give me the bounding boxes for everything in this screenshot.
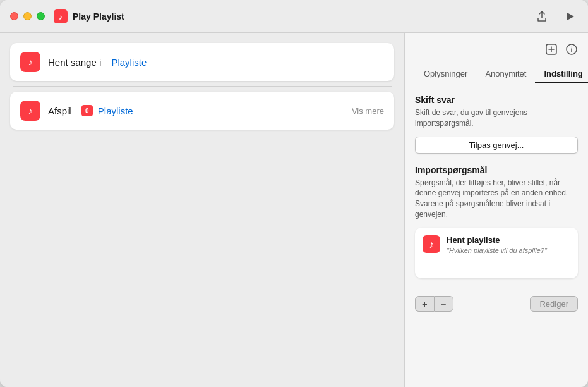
hent-sange-row[interactable]: ♪ Hent sange i Playliste <box>10 43 394 81</box>
svg-text:♪: ♪ <box>429 239 434 250</box>
main-content: ♪ Hent sange i Playliste ♪ Af <box>0 33 588 387</box>
svg-text:♪: ♪ <box>59 12 63 22</box>
skift-svar-title: Skift svar <box>415 95 578 105</box>
skift-svar-desc: Skift de svar, du gav til genvejens impo… <box>415 108 578 129</box>
maximize-button[interactable] <box>37 12 45 20</box>
tabs: Oplysninger Anonymitet Indstilling <box>415 65 578 83</box>
share-button[interactable] <box>534 8 550 25</box>
right-panel: Oplysninger Anonymitet Indstilling Skift… <box>405 33 588 387</box>
row-divider <box>13 86 392 87</box>
remove-item-button[interactable]: − <box>434 296 453 312</box>
titlebar: ♪ Play Playlist <box>0 0 588 33</box>
hent-sange-label: Hent sange i <box>48 57 101 68</box>
tilpas-genvej-button[interactable]: Tilpas genvej... <box>415 137 578 154</box>
add-item-button[interactable]: + <box>415 296 434 312</box>
tab-anonymitet[interactable]: Anonymitet <box>476 65 535 83</box>
import-card-subtitle: "Hvilken playliste vil du afspille?" <box>447 247 570 254</box>
hent-sange-link[interactable]: Playliste <box>111 57 147 68</box>
rediger-button[interactable]: Rediger <box>530 296 578 312</box>
hent-sange-icon: ♪ <box>20 52 40 72</box>
info-icon[interactable] <box>565 43 578 58</box>
hent-sange-text: Hent sange i Playliste <box>48 57 384 68</box>
importsporgsmaal-title: Importspørgsmål <box>415 165 578 175</box>
svg-text:♪: ♪ <box>28 57 33 67</box>
bottom-actions: + − Rediger <box>415 296 578 312</box>
afspil-icon: ♪ <box>20 101 40 121</box>
tab-indstilling[interactable]: Indstilling <box>535 65 588 83</box>
minimize-button[interactable] <box>23 12 32 20</box>
import-card-icon: ♪ <box>423 235 440 253</box>
tab-oplysninger[interactable]: Oplysninger <box>415 65 476 83</box>
afspil-text: Afspil 0 Playliste <box>48 105 344 116</box>
app-icon: ♪ <box>54 9 68 23</box>
window-title: Play Playlist <box>73 11 124 22</box>
import-card[interactable]: ♪ Hent playliste "Hvilken playliste vil … <box>415 228 578 278</box>
afspil-badge-text: 0 <box>85 108 89 114</box>
traffic-lights <box>10 12 45 20</box>
titlebar-actions <box>534 8 578 25</box>
afspil-link[interactable]: Playliste <box>98 106 133 116</box>
import-card-title: Hent playliste <box>447 235 570 245</box>
afspil-label: Afspil <box>48 106 71 116</box>
add-import-icon[interactable] <box>545 43 558 58</box>
afspil-badge: 0 <box>81 105 93 116</box>
importsporgsmaal-section: Importspørgsmål Spørgsmål, der tilføjes … <box>415 165 578 286</box>
importsporgsmaal-desc: Spørgsmål, der tilføjes her, bliver stil… <box>415 178 578 220</box>
svg-text:♪: ♪ <box>28 106 33 116</box>
svg-point-6 <box>571 47 572 48</box>
afspil-row[interactable]: ♪ Afspil 0 Playliste Vis mere <box>10 92 394 130</box>
close-button[interactable] <box>10 12 18 20</box>
add-remove-buttons: + − <box>415 296 453 312</box>
vis-mere-label[interactable]: Vis mere <box>352 106 384 116</box>
left-panel: ♪ Hent sange i Playliste ♪ Af <box>0 33 405 387</box>
app-window: ♪ Play Playlist ♪ <box>0 0 588 387</box>
import-card-content: Hent playliste "Hvilken playliste vil du… <box>447 235 570 254</box>
play-button[interactable] <box>563 9 578 24</box>
